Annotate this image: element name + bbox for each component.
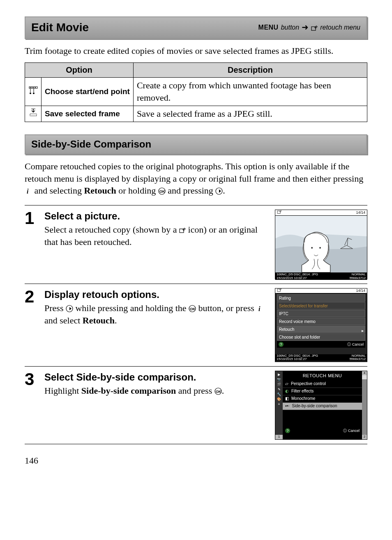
ok-button-icon: OK — [214, 386, 222, 393]
cancel-label: Cancel — [352, 342, 364, 346]
step-number: 3 — [25, 371, 39, 440]
svg-text:OK: OK — [159, 189, 165, 194]
svg-rect-5 — [35, 87, 36, 88]
cancel-hint: ⓘ Cancel — [343, 428, 360, 433]
save-frame-icon — [25, 106, 42, 122]
size: 5568x3712 — [349, 276, 366, 280]
text: Highlight — [44, 385, 81, 396]
monochrome-icon: ◧ — [285, 395, 289, 402]
right-selector-icon — [215, 186, 223, 193]
step-1: 1 Select a picture. Select a retouched c… — [25, 205, 367, 284]
table-row: Choose start/end point Create a copy fro… — [25, 78, 367, 106]
svg-rect-8 — [30, 114, 37, 116]
text: button, or press — [196, 303, 256, 313]
opt-label: Choose start/end point — [42, 78, 134, 106]
retouch-word: Retouch — [83, 315, 115, 325]
label: Filter effects — [291, 388, 314, 395]
label: Perspective control — [291, 380, 326, 388]
text: . — [194, 372, 196, 383]
counter: 14/14 — [356, 288, 365, 293]
step-title: Select a picture. — [44, 210, 265, 223]
mymenu-tab-icon[interactable]: ≡ — [277, 402, 281, 406]
camera-screen-1: 14/14 100NC_D5 DSC_0014. JPGNORMAL — [275, 210, 367, 279]
menu-item-perspective[interactable]: ▱Perspective control — [283, 381, 362, 388]
help-icon[interactable]: ? — [279, 342, 284, 347]
table-row: Save selected frame Save a selected fram… — [25, 106, 367, 122]
section-title: Side-by-Side Comparison — [25, 134, 367, 155]
opt-desc: Save a selected frame as a JPEG still. — [133, 106, 367, 122]
retouch-copy-icon — [179, 224, 186, 230]
step-text: Select a retouched copy (shown by a icon… — [44, 224, 265, 248]
custom-tab-icon[interactable]: ✎ — [277, 388, 281, 392]
text: Side-by-side comparison — [76, 372, 193, 383]
scrollbar-thumb[interactable] — [362, 375, 367, 379]
text: . — [115, 315, 117, 325]
filter-icon: ◐ — [285, 388, 289, 395]
menu-title: RETOUCH MENU — [283, 371, 362, 381]
step-number: 1 — [25, 210, 39, 279]
camera-screen-3: ▶ 📷 🎬 ✎ 🔧 🎨 ≡ 1 RETOUCH MENU ▱Perspectiv… — [275, 371, 367, 440]
setup-tab-icon[interactable]: 🔧 — [277, 392, 281, 397]
menu-item-rating[interactable]: Rating — [277, 294, 365, 302]
menu-item-iptc[interactable]: IPTC — [277, 310, 365, 317]
text: and press — [176, 385, 214, 396]
svg-text:i: i — [258, 305, 261, 312]
col-option: Option — [25, 63, 134, 78]
size: 5568x3712 — [349, 357, 366, 361]
text: . — [223, 185, 225, 196]
svg-text:i: i — [27, 188, 29, 195]
movie-tab-icon[interactable]: 🎬 — [277, 383, 281, 387]
opt-desc: Create a copy from which unwanted footag… — [133, 78, 367, 106]
playback-tab-icon[interactable]: ▶ — [277, 373, 281, 377]
menu-item-choose-slot[interactable]: Choose slot and folder — [277, 333, 365, 341]
svg-point-6 — [30, 92, 31, 94]
menu-item-filter[interactable]: ◐Filter effects — [283, 388, 362, 395]
date: 15/10/2015 10:02:27 — [277, 276, 307, 280]
cancel-hint: ⓘ Cancel — [347, 342, 364, 347]
ok-button-icon: OK — [158, 186, 166, 193]
text: while pressing and holding the — [73, 303, 189, 313]
file: DSC_0014. JPG — [294, 272, 318, 276]
right-page: 2 — [362, 435, 367, 439]
menu-item-retouch[interactable]: Retouch▸ — [277, 325, 365, 333]
svg-text:OK: OK — [190, 307, 196, 311]
retouch-word: Retouch — [84, 185, 116, 196]
svg-text:OK: OK — [216, 390, 221, 394]
col-description: Description — [133, 63, 367, 78]
menu-item-monochrome[interactable]: ◧Monochrome — [283, 395, 362, 403]
arrow-icon: ➜ — [302, 22, 309, 33]
perspective-icon: ▱ — [285, 380, 288, 388]
retouch-tab-icon[interactable]: 🎨 — [277, 397, 281, 402]
counter: 14/14 — [356, 210, 365, 215]
text: Compare retouched copies to the original… — [25, 161, 363, 184]
opt-label: Save selected frame — [42, 106, 134, 122]
svg-point-7 — [33, 92, 35, 94]
menu-item-voice-memo[interactable]: Record voice memo — [277, 318, 365, 325]
header-breadcrumb: MENU button ➜ retouch menu — [258, 22, 360, 33]
label: Retouch — [279, 327, 294, 332]
cancel-label: Cancel — [348, 429, 360, 433]
text: Select — [44, 372, 76, 383]
step-number: 2 — [25, 288, 39, 362]
text: Side-by-side comparison — [81, 385, 176, 396]
step-3: 3 Select Side-by-side comparison. Highli… — [25, 366, 367, 444]
svg-rect-4 — [33, 87, 34, 88]
menu-item-side-by-side[interactable]: ▪•▫Side-by-side comparison — [283, 403, 362, 410]
i-button-icon: i — [256, 303, 264, 311]
date: 15/10/2015 10:02:27 — [277, 357, 307, 361]
retouch-badge — [277, 288, 282, 293]
page-title: Edit Movie — [31, 20, 89, 35]
menu-item-transfer[interactable]: Select/deselect for transfer — [277, 302, 365, 309]
retouch-icon — [311, 25, 318, 30]
camera-tab-icon[interactable]: 📷 — [277, 378, 281, 382]
step-title: Display retouch options. — [44, 288, 265, 301]
text: or holding — [116, 185, 158, 196]
step-2: 2 Display retouch options. Press while p… — [25, 284, 367, 367]
folder: 100NC_D5 — [277, 272, 293, 276]
text: . — [222, 385, 224, 396]
help-icon[interactable]: ? — [285, 428, 290, 433]
text: and pressing — [166, 185, 216, 196]
page-number: 146 — [25, 455, 367, 467]
header-bar: Edit Movie MENU button ➜ retouch menu — [25, 16, 367, 39]
compare-icon: ▪•▫ — [285, 402, 290, 410]
